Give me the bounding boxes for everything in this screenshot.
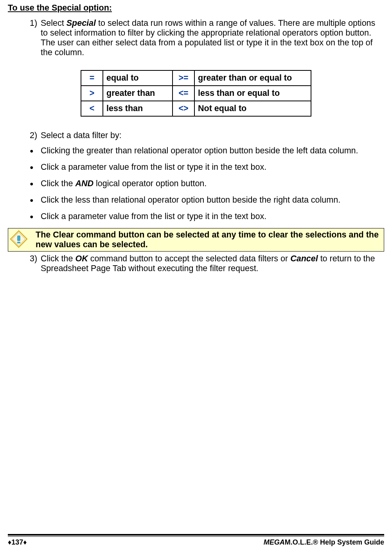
diamond-icon: ♦	[23, 538, 27, 546]
svg-rect-2	[17, 236, 20, 241]
footer-title-mega: MEGA	[264, 538, 285, 546]
footer-title: MEGAM.O.L.E.® Help System Guide	[264, 538, 384, 547]
op-desc: equal to	[103, 70, 173, 86]
op-symbol: <>	[173, 101, 194, 116]
step-1-text: Select Special to select data run rows w…	[41, 18, 384, 58]
step-3: 3) Click the OK command button to accept…	[30, 254, 384, 273]
footer-page-number: ♦137♦	[8, 538, 27, 547]
svg-rect-3	[17, 242, 20, 243]
step-2-number: 2)	[30, 131, 41, 140]
step-1-bold: Special	[67, 18, 96, 28]
step-1-number: 1)	[30, 18, 41, 28]
op-symbol: >=	[173, 70, 194, 86]
bullet-icon: ●	[30, 146, 41, 156]
step-3-text: Click the OK command button to accept th…	[41, 254, 384, 273]
note-text: The Clear command button can be selected…	[36, 230, 381, 250]
bullet-4-text: Click the less than relational operator …	[41, 195, 384, 205]
bullet-3: ● Click the AND logical operator option …	[30, 179, 384, 189]
op-desc: Not equal to	[194, 101, 311, 116]
operators-table: = equal to >= greater than or equal to >…	[81, 70, 311, 117]
bullet-5: ● Click a parameter value from the list …	[30, 212, 384, 222]
bullet-icon: ●	[30, 195, 41, 205]
step-1: 1) Select Special to select data run row…	[30, 18, 384, 58]
bullet-3-text: Click the AND logical operator option bu…	[41, 179, 384, 189]
footer-rule-thick	[8, 534, 384, 536]
bullet-3-post: logical operator option button.	[94, 179, 207, 188]
step-1-pre: Select	[41, 18, 67, 28]
table-row: = equal to >= greater than or equal to	[81, 70, 311, 86]
note-box: The Clear command button can be selected…	[8, 228, 384, 252]
bullet-1-text: Clicking the greater than relational ope…	[41, 146, 384, 156]
bullet-icon: ●	[30, 212, 41, 222]
page-number: 137	[11, 538, 23, 546]
step-3-pre: Click the	[41, 254, 75, 263]
op-desc: greater than	[103, 86, 173, 101]
footer-rule-thin	[8, 536, 384, 537]
bullet-2: ● Click a parameter value from the list …	[30, 162, 384, 173]
section-heading: To use the Special option:	[8, 3, 384, 13]
page-content: To use the Special option: 1) Select Spe…	[0, 0, 392, 530]
diamond-icon: ♦	[8, 538, 11, 546]
step-2-text: Select a data filter by:	[41, 131, 384, 140]
footer-row: ♦137♦ MEGAM.O.L.E.® Help System Guide	[8, 538, 384, 547]
page-footer: ♦137♦ MEGAM.O.L.E.® Help System Guide	[8, 534, 384, 547]
step-3-bold-2: Cancel	[290, 254, 318, 263]
op-symbol: >	[81, 86, 103, 101]
bullet-1: ● Clicking the greater than relational o…	[30, 146, 384, 156]
bullet-icon: ●	[30, 162, 41, 173]
bullet-5-text: Click a parameter value from the list or…	[41, 212, 384, 221]
op-symbol: =	[81, 70, 103, 86]
step-3-mid: command button to accept the selected da…	[88, 254, 290, 263]
bullet-3-pre: Click the	[41, 179, 75, 188]
table-row: < less than <> Not equal to	[81, 101, 311, 116]
footer-title-rest: M.O.L.E.® Help System Guide	[285, 538, 384, 546]
op-desc: greater than or equal to	[194, 70, 311, 86]
step-3-number: 3)	[30, 254, 41, 264]
step-3-bold-1: OK	[75, 254, 88, 263]
step-2: 2) Select a data filter by:	[30, 131, 384, 140]
table-row: > greater than <= less than or equal to	[81, 86, 311, 101]
info-icon	[10, 230, 28, 248]
op-symbol: <	[81, 101, 103, 116]
op-desc: less than or equal to	[194, 86, 311, 101]
bullet-2-text: Click a parameter value from the list or…	[41, 162, 384, 172]
op-symbol: <=	[173, 86, 194, 101]
op-desc: less than	[103, 101, 173, 116]
bullet-3-bold: AND	[75, 179, 94, 188]
bullet-icon: ●	[30, 179, 41, 189]
bullet-4: ● Click the less than relational operato…	[30, 195, 384, 205]
